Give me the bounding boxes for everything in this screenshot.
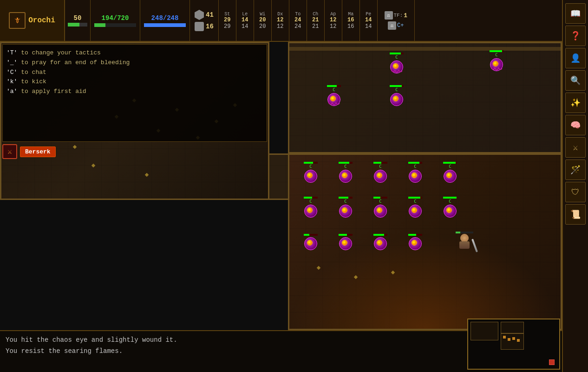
corridor-connector (269, 153, 288, 200)
level-block: 50 (65, 0, 91, 41)
stat-st-top: 29 (224, 17, 230, 23)
shield-icon (195, 10, 204, 20)
stat-le-top: 14 (242, 17, 248, 23)
topbar: 🗡 Orochi 50 194/720 248/248 41 16 St 29 (0, 0, 562, 42)
hp-block: 194/720 (91, 0, 140, 41)
msg-line-2: '_' to pray for an end of bleeding (7, 58, 263, 68)
tf-block: ⚖ TF: 1 ⚖ C+ (378, 0, 415, 41)
room-topright: C C (288, 42, 562, 153)
enemy-healthbar (390, 85, 404, 87)
shield-button[interactable]: 🛡 (565, 182, 586, 202)
stat-ap-top: 12 (330, 17, 336, 23)
shield-value: 41 (206, 11, 214, 19)
stat-dx-top: 12 (277, 17, 283, 23)
berserk-label: Berserk (20, 146, 56, 157)
enemy-r3-3 (373, 234, 388, 251)
stat-le: Le 14 14 (236, 0, 254, 41)
hp-bar (94, 23, 136, 27)
ability-button[interactable]: 🧠 (565, 115, 586, 135)
enemy-r2-5: C (443, 197, 457, 219)
char-name-block: 🗡 Orochi (0, 0, 65, 41)
enemy-r2-1: C (303, 197, 318, 219)
enemy-healthbar (490, 50, 503, 52)
game-area: 'T' to change your tactics '_' to pray f… (0, 42, 562, 330)
msg-line-5: 'a' to apply first aid (7, 87, 263, 97)
level-value: 50 (74, 14, 82, 22)
stat-to: To 24 24 (289, 0, 307, 41)
stat-to-top: 24 (294, 17, 301, 23)
mp-block: 248/248 (140, 0, 190, 41)
character-button[interactable]: 👤 (565, 48, 586, 68)
stat-ap: Ap 12 12 (325, 0, 342, 41)
mp-bar (144, 23, 186, 27)
enemy-r1-5: C (443, 162, 457, 184)
inventory-button[interactable]: 📖 (565, 3, 586, 24)
stat-ma: Ma 16 16 (342, 0, 360, 41)
chaos-eye-sprite (327, 92, 341, 107)
wand-button[interactable]: 🪄 (565, 159, 586, 180)
enemy-r2-3: C (373, 197, 388, 219)
enemy-healthbar (327, 85, 341, 87)
chaos-eye-sprite (489, 57, 504, 72)
enemy-r1-1: C (303, 162, 318, 184)
shield-block: 41 16 (190, 0, 219, 41)
armor-icon (195, 22, 204, 31)
berserk-badge: ⚔ Berserk (2, 144, 56, 159)
stat-wi: Wi 20 20 (254, 0, 272, 41)
minimap-enemy-marker (517, 339, 520, 342)
scroll-button[interactable]: 📜 (565, 204, 586, 225)
search-button[interactable]: 🔍 (565, 70, 586, 91)
msg-line-1: 'T' to change your tactics (7, 48, 263, 58)
enemy-r1-3: C (373, 162, 388, 184)
minimap-enemy-marker (512, 337, 515, 340)
enemy-r3-4 (408, 234, 423, 251)
enemy-r1-4: C (408, 162, 423, 184)
berserk-icon: ⚔ (2, 144, 17, 159)
mp-value: 248/248 (151, 14, 179, 22)
chaos-eye-sprite (389, 60, 404, 74)
stat-dx: Dx 12 12 (272, 0, 289, 41)
msg-line-3: 'C' to chat (7, 68, 263, 78)
char-portrait: 🗡 (9, 12, 26, 29)
enemy-chaos-eye-4: C (389, 85, 404, 107)
hp-value: 194/720 (102, 14, 129, 22)
player-sprite (457, 234, 472, 252)
piety-value: C+ (397, 22, 404, 29)
stat-pe: Pe 14 14 (360, 0, 378, 41)
enemy-r3-1 (303, 234, 318, 251)
char-name: Orochi (28, 16, 55, 25)
enemy-chaos-eye-1: C (389, 53, 404, 74)
minimap-enemy-marker (503, 336, 506, 339)
tf-label: TF: (394, 13, 403, 18)
stat-st: St 29 29 (219, 0, 236, 41)
chaos-eye-sprite (389, 92, 404, 107)
minimap-enemy-marker (508, 338, 510, 341)
msg-line-4: 'k' to kick (7, 77, 263, 87)
enemy-healthbar (390, 53, 404, 54)
stat-ch: Ch 21 21 (307, 0, 325, 41)
player-character (456, 232, 473, 252)
right-sidebar: 📖 ❓ 👤 🔍 ✨ 🧠 ⚔ 🪄 🛡 📜 (562, 0, 588, 372)
stat-pe-top: 14 (365, 17, 372, 23)
help-button[interactable]: ❓ (565, 26, 586, 46)
armor-value: 16 (206, 23, 214, 30)
enemy-chaos-eye-2: C (489, 50, 504, 72)
stat-wi-top: 20 (259, 17, 266, 23)
enemy-chaos-eye-3: C (327, 85, 341, 107)
enemy-r3-2 (338, 234, 353, 251)
room-battle: C C C C C C C (288, 153, 562, 330)
minimap-player-marker (549, 359, 555, 365)
enemy-r2-2: C (338, 197, 353, 219)
tf-value: 1 (404, 12, 407, 19)
minimap (467, 319, 560, 370)
enemy-r2-4: C (408, 197, 423, 219)
enemy-r1-2: C (338, 162, 353, 184)
stat-ma-top: 16 (347, 17, 354, 23)
magic-button[interactable]: ✨ (565, 93, 586, 113)
combat-button[interactable]: ⚔ (565, 137, 586, 158)
stat-ch-top: 21 (312, 17, 319, 23)
message-log: 'T' to change your tactics '_' to pray f… (2, 44, 267, 142)
